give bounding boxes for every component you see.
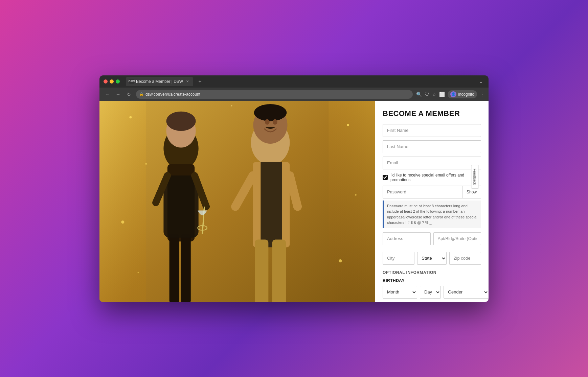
email-offers-row: I'd like to receive special email offers… (383, 173, 481, 182)
tab-chevron[interactable]: ⌄ (479, 78, 484, 85)
email-offers-checkbox[interactable] (383, 175, 388, 180)
address-url-bar[interactable]: 🔒 dsw.com/en/us/create-account (136, 90, 413, 99)
gender-select[interactable]: Gender MaleFemaleNon-binaryPrefer not to… (444, 286, 489, 299)
password-input[interactable] (383, 186, 462, 198)
hero-section (99, 101, 375, 302)
email-offers-label: I'd like to receive special email offers… (390, 173, 481, 182)
toolbar-icons: 🔍 🛡 ☆ ⬜ 👤 Incognito ⋮ (416, 90, 484, 98)
svg-point-24 (265, 119, 270, 124)
svg-point-27 (145, 163, 147, 165)
new-tab-button[interactable]: + (196, 77, 204, 86)
form-section: BECOME A MEMBER I'd like to receive spec… (375, 101, 489, 302)
apt-input[interactable] (433, 232, 481, 245)
tab-bar: DSW Become a Member | DSW ✕ + ⌄ (122, 77, 484, 86)
svg-rect-6 (169, 234, 179, 302)
title-bar: DSW Become a Member | DSW ✕ + ⌄ (99, 75, 489, 88)
reload-button[interactable]: ↻ (125, 91, 133, 98)
back-button[interactable]: ← (104, 91, 111, 98)
search-icon[interactable]: 🔍 (416, 92, 422, 97)
forward-button[interactable]: → (114, 91, 122, 98)
svg-point-23 (254, 104, 287, 121)
svg-rect-3 (329, 101, 375, 302)
tab-close-button[interactable]: ✕ (185, 79, 190, 84)
svg-point-32 (339, 259, 342, 262)
menu-icon[interactable]: ⋮ (480, 92, 484, 97)
month-select[interactable]: Month JanuaryFebruaryMarch AprilMayJune … (383, 286, 417, 299)
shield-icon[interactable]: 🛡 (425, 92, 429, 97)
svg-rect-8 (163, 175, 198, 238)
city-input[interactable] (383, 252, 414, 265)
svg-rect-18 (255, 239, 268, 302)
browser-window: DSW Become a Member | DSW ✕ + ⌄ ← → ↻ 🔒 … (99, 75, 489, 302)
address-bar: ← → ↻ 🔒 dsw.com/en/us/create-account 🔍 🛡… (99, 88, 489, 101)
close-dot[interactable] (104, 79, 108, 84)
password-hint: Password must be at least 8 characters l… (383, 201, 481, 228)
day-select[interactable]: Day 12345 678910 1112131415 1617181920 2… (420, 286, 441, 299)
traffic-lights (104, 79, 120, 84)
optional-info-title: OPTIONAL INFORMATION (383, 270, 481, 275)
avatar: 👤 (450, 91, 456, 97)
address-row (383, 232, 481, 245)
state-select[interactable]: State ALAKAZAR CACOCTDE FLGAHIID ILINIAK… (417, 252, 446, 265)
svg-rect-17 (261, 162, 282, 247)
tab-title: Become a Member | DSW (136, 79, 183, 84)
page-title: BECOME A MEMBER (383, 109, 481, 118)
svg-point-33 (231, 105, 232, 107)
svg-point-12 (166, 111, 196, 131)
extension-icon[interactable]: ⬜ (439, 92, 445, 97)
page-content: BECOME A MEMBER I'd like to receive spec… (99, 101, 489, 302)
birthday-title: BIRTHDAY (383, 278, 481, 283)
birthday-row: Month JanuaryFebruaryMarch AprilMayJune … (383, 286, 481, 299)
email-input[interactable] (383, 157, 481, 169)
svg-point-26 (129, 116, 132, 118)
incognito-label: Incognito (458, 92, 474, 97)
svg-point-29 (137, 272, 139, 273)
svg-point-31 (355, 194, 357, 196)
svg-rect-2 (99, 101, 146, 302)
profile-button[interactable]: 👤 Incognito (448, 90, 477, 98)
maximize-dot[interactable] (116, 79, 120, 84)
svg-point-25 (273, 119, 277, 124)
address-input[interactable] (383, 232, 431, 245)
last-name-input[interactable] (383, 140, 481, 153)
first-name-input[interactable] (383, 124, 481, 137)
minimize-dot[interactable] (110, 79, 114, 84)
url-text: dsw.com/en/us/create-account (145, 92, 200, 97)
svg-point-30 (347, 124, 349, 126)
svg-rect-19 (272, 239, 286, 302)
password-row: Show (383, 186, 481, 198)
feedback-tab[interactable]: Feedback (471, 165, 478, 188)
active-tab[interactable]: DSW Become a Member | DSW ✕ (126, 77, 193, 86)
svg-rect-7 (181, 234, 191, 302)
svg-point-28 (121, 220, 124, 223)
lock-icon: 🔒 (139, 92, 143, 96)
bookmark-icon[interactable]: ☆ (432, 92, 436, 97)
tab-favicon: DSW (129, 79, 134, 84)
zip-input[interactable] (449, 252, 481, 265)
city-state-row: State ALAKAZAR CACOCTDE FLGAHIID ILINIAK… (383, 252, 481, 265)
